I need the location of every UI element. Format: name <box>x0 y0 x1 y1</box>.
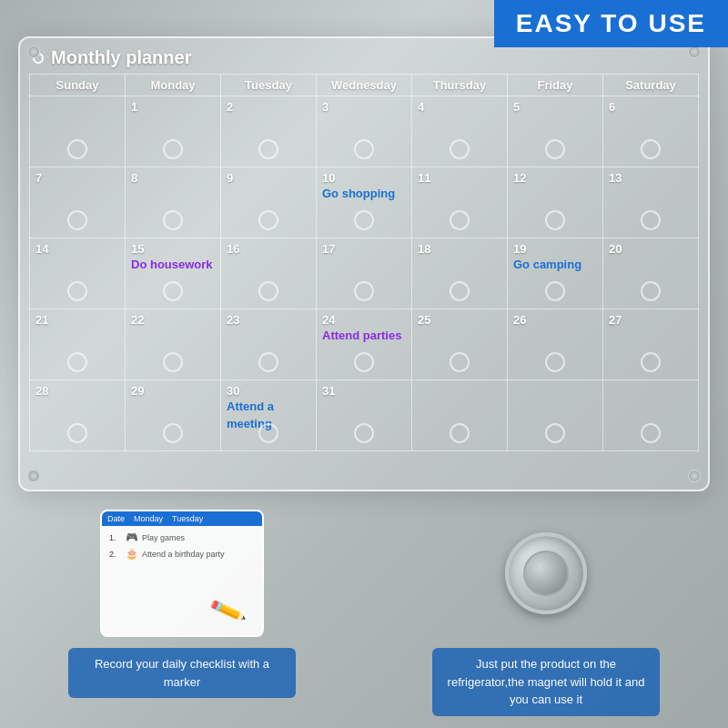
table-row: 1 2 3 4 5 6 <box>30 96 699 167</box>
calendar-cell: 4 <box>412 96 508 167</box>
event-attend-parties: Attend parties <box>322 329 401 342</box>
checklist-mockup: Date Monday Tuesday 1. 🎮 Play games 2. 🎂… <box>100 510 264 637</box>
col-thursday: Thursday <box>412 75 508 96</box>
planner-title: Monthly planner <box>51 47 191 68</box>
calendar-cell <box>412 380 508 451</box>
calendar-cell: 6 <box>603 96 699 167</box>
calendar-cell <box>603 380 699 451</box>
event-go-shopping: Go shopping <box>322 187 395 200</box>
easy-banner: EASY TO USE <box>494 0 728 47</box>
screw-bottom-left <box>27 470 40 482</box>
calendar-cell: 24 Attend parties <box>317 309 412 380</box>
calendar-cell: 27 <box>603 309 699 380</box>
calendar-cell: 21 <box>30 309 126 380</box>
calendar-cell <box>30 96 126 167</box>
calendar-cell: 16 <box>221 238 317 309</box>
event-do-housework: Do housework <box>131 258 213 271</box>
calendar-cell: 26 <box>508 309 603 380</box>
col-monday: Monday <box>126 75 221 96</box>
screw-bottom-right <box>688 470 701 482</box>
calendar-cell: 5 <box>508 96 603 167</box>
calendar-cell: 1 <box>126 96 221 167</box>
cake-icon: 🎂 <box>126 548 138 560</box>
calendar-cell: 18 <box>412 238 508 309</box>
table-row: 14 15 Do housework 16 17 18 19 Go campin… <box>30 238 699 309</box>
calendar-cell: 11 <box>412 167 508 238</box>
calendar-grid: Sunday Monday Tuesday Wednesday Thursday… <box>29 74 699 451</box>
calendar-cell: 30 Attend a meeting <box>221 380 317 451</box>
bottom-right: Just put the product on the refrigerator… <box>364 500 728 728</box>
calendar-cell: 19 Go camping <box>508 238 603 309</box>
bottom-section: Date Monday Tuesday 1. 🎮 Play games 2. 🎂… <box>0 500 728 728</box>
calendar-header-row: Sunday Monday Tuesday Wednesday Thursday… <box>30 75 699 96</box>
calendar-cell: 9 <box>221 167 317 238</box>
col-wednesday: Wednesday <box>317 75 412 96</box>
calendar-cell: 10 Go shopping <box>317 167 412 238</box>
screw-top-right <box>688 46 701 58</box>
banner-text: EASY TO USE <box>516 9 706 37</box>
gamepad-icon: 🎮 <box>126 531 138 543</box>
calendar-cell <box>508 380 603 451</box>
calendar-cell: 17 <box>317 238 412 309</box>
col-saturday: Saturday <box>603 75 699 96</box>
calendar-cell: 22 <box>126 309 221 380</box>
calendar-cell: 3 <box>317 96 412 167</box>
magnet-inner <box>523 551 569 596</box>
calendar-cell: 23 <box>221 309 317 380</box>
checklist-body: 1. 🎮 Play games 2. 🎂 Attend a birthday p… <box>102 526 262 570</box>
calendar-cell: 2 <box>221 96 317 167</box>
event-go-camping: Go camping <box>513 258 581 271</box>
table-row: 21 22 23 24 Attend parties 25 26 27 <box>30 309 699 380</box>
screw-top-left <box>27 46 40 58</box>
calendar-cell: 28 <box>30 380 126 451</box>
magnet-mockup <box>464 510 628 637</box>
calendar-cell: 7 <box>30 167 126 238</box>
planner-board: Monthly planner Sunday Monday Tuesday We… <box>18 36 710 491</box>
marker-hand-icon: ✏️ <box>207 592 248 631</box>
table-row: 28 29 30 Attend a meeting 31 <box>30 380 699 451</box>
calendar-cell: 14 <box>30 238 126 309</box>
list-item: 1. 🎮 Play games <box>109 531 255 543</box>
table-row: 7 8 9 10 Go shopping 11 12 13 <box>30 167 699 238</box>
magnet-circle <box>505 532 587 614</box>
calendar-cell: 12 <box>508 167 603 238</box>
col-sunday: Sunday <box>30 75 126 96</box>
bottom-left: Date Monday Tuesday 1. 🎮 Play games 2. 🎂… <box>0 500 364 728</box>
calendar-cell: 13 <box>603 167 699 238</box>
calendar-cell: 8 <box>126 167 221 238</box>
calendar-cell: 25 <box>412 309 508 380</box>
right-caption: Just put the product on the refrigerator… <box>432 648 660 716</box>
calendar-cell: 20 <box>603 238 699 309</box>
col-friday: Friday <box>508 75 603 96</box>
col-tuesday: Tuesday <box>221 75 317 96</box>
checklist-header: Date Monday Tuesday <box>102 511 262 526</box>
calendar-cell: 29 <box>126 380 221 451</box>
calendar-cell: 31 <box>317 380 412 451</box>
planner-header: Monthly planner <box>29 47 699 68</box>
left-caption: Record your daily checklist with a marke… <box>68 648 296 698</box>
calendar-cell: 15 Do housework <box>126 238 221 309</box>
list-item: 2. 🎂 Attend a birthday party <box>109 548 255 560</box>
